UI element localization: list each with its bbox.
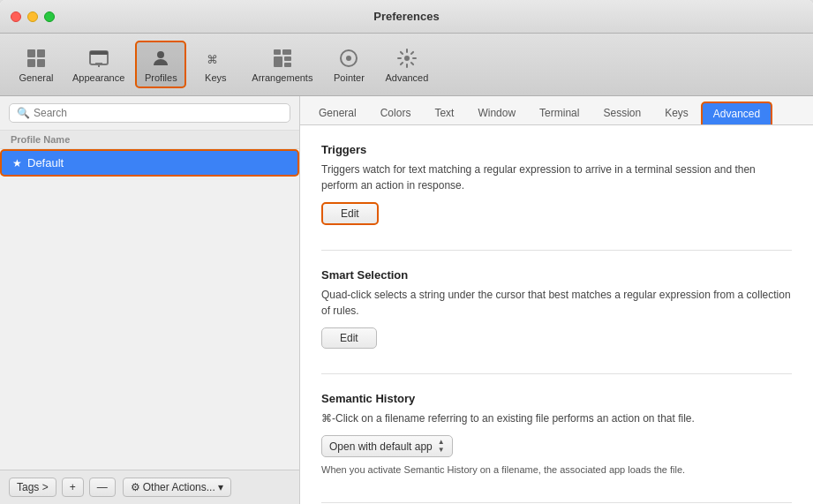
search-wrapper[interactable]: 🔍 <box>9 103 290 123</box>
dropdown-label: Open with default app <box>329 440 433 453</box>
gear-icon: ⚙ <box>131 481 140 493</box>
dropdown-arrows-icon: ▲ ▼ <box>438 439 445 454</box>
toolbar-item-pointer[interactable]: Pointer <box>323 42 374 87</box>
preferences-window: Preferences General <box>0 0 813 504</box>
tab-general[interactable]: General <box>307 102 368 124</box>
semantic-history-section: Semantic History ⌘-Click on a filename r… <box>321 392 792 478</box>
close-button[interactable] <box>11 11 21 22</box>
profiles-icon <box>148 46 173 71</box>
profile-list: ★ Default <box>0 149 299 470</box>
search-bar: 🔍 <box>0 96 299 131</box>
toolbar-item-advanced[interactable]: Advanced <box>378 42 435 87</box>
traffic-lights <box>11 11 55 22</box>
triggers-edit-button[interactable]: Edit <box>321 202 379 225</box>
smart-selection-title: Smart Selection <box>321 268 792 282</box>
profile-name-header: Profile Name <box>0 131 299 149</box>
general-icon <box>24 46 49 71</box>
profile-item-label: Default <box>27 156 64 169</box>
pointer-label: Pointer <box>334 72 365 83</box>
tab-window[interactable]: Window <box>466 102 527 124</box>
smart-selection-section: Smart Selection Quad-click selects a str… <box>321 268 792 349</box>
triggers-desc: Triggers watch for text matching a regul… <box>321 162 792 193</box>
general-label: General <box>19 72 53 83</box>
appearance-label: Appearance <box>72 72 124 83</box>
tags-label: Tags > <box>17 481 49 493</box>
search-input[interactable] <box>34 107 282 119</box>
titlebar: Preferences <box>0 0 813 34</box>
right-panel: General Colors Text Window Terminal Sess… <box>300 96 813 504</box>
tags-button[interactable]: Tags > <box>9 478 56 497</box>
other-actions-label: Other Actions... <box>143 481 215 493</box>
svg-text:⌘: ⌘ <box>207 50 217 69</box>
semantic-history-title: Semantic History <box>321 392 792 405</box>
toolbar-item-keys[interactable]: ⌘ Keys <box>190 42 241 87</box>
svg-rect-0 <box>27 49 35 57</box>
window-title: Preferences <box>373 10 439 23</box>
tab-advanced[interactable]: Advanced <box>701 102 772 124</box>
tab-keys[interactable]: Keys <box>653 102 700 124</box>
divider-2 <box>321 373 792 374</box>
svg-rect-11 <box>282 49 291 55</box>
main-content: 🔍 Profile Name ★ Default Tags > + <box>0 96 813 504</box>
tab-session[interactable]: Session <box>591 102 652 124</box>
search-icon: 🔍 <box>17 107 30 119</box>
sidebar: 🔍 Profile Name ★ Default Tags > + <box>0 96 300 504</box>
svg-point-17 <box>404 56 410 61</box>
minimize-button[interactable] <box>27 11 38 22</box>
toolbar: General Appearance Profiles <box>0 34 813 96</box>
svg-point-8 <box>157 51 164 58</box>
toolbar-item-arrangements[interactable]: Arrangements <box>245 42 320 87</box>
advanced-label: Advanced <box>385 72 428 83</box>
tab-terminal[interactable]: Terminal <box>528 102 591 124</box>
triggers-title: Triggers <box>321 143 792 156</box>
svg-rect-12 <box>274 56 282 67</box>
svg-rect-2 <box>27 59 35 67</box>
tab-text[interactable]: Text <box>423 102 465 124</box>
semantic-history-note: When you activate Semantic History on a … <box>321 463 792 478</box>
triggers-section: Triggers Triggers watch for text matchin… <box>321 143 792 225</box>
svg-rect-14 <box>284 63 291 67</box>
profile-star-icon: ★ <box>12 157 22 169</box>
arrangements-label: Arrangements <box>252 72 312 83</box>
advanced-icon <box>395 46 419 71</box>
other-actions-button[interactable]: ⚙ Other Actions... ▾ <box>123 478 231 497</box>
semantic-history-desc: ⌘-Click on a filename referring to an ex… <box>321 410 792 426</box>
toolbar-item-general[interactable]: General <box>11 42 62 87</box>
profiles-label: Profiles <box>145 72 177 83</box>
toolbar-item-profiles[interactable]: Profiles <box>135 41 186 88</box>
remove-profile-button[interactable]: — <box>89 478 116 497</box>
svg-rect-1 <box>37 49 45 57</box>
smart-selection-desc: Quad-click selects a string under the cu… <box>321 287 792 319</box>
maximize-button[interactable] <box>44 11 55 22</box>
divider-1 <box>321 250 792 251</box>
keys-icon: ⌘ <box>203 46 228 71</box>
add-profile-button[interactable]: + <box>62 478 84 497</box>
toolbar-item-appearance[interactable]: Appearance <box>65 42 132 87</box>
svg-rect-10 <box>274 49 281 55</box>
semantic-history-dropdown[interactable]: Open with default app ▲ ▼ <box>321 435 453 457</box>
sidebar-footer: Tags > + — ⚙ Other Actions... ▾ <box>0 470 299 504</box>
svg-rect-5 <box>90 51 108 55</box>
svg-rect-13 <box>284 56 291 61</box>
profile-item-default[interactable]: ★ Default <box>0 149 299 177</box>
tab-bar: General Colors Text Window Terminal Sess… <box>300 96 813 125</box>
keys-label: Keys <box>205 72 226 83</box>
appearance-icon <box>87 46 111 71</box>
svg-rect-3 <box>37 59 45 67</box>
smart-selection-edit-button[interactable]: Edit <box>321 327 377 349</box>
chevron-down-icon: ▾ <box>218 481 223 493</box>
pointer-icon <box>336 46 361 71</box>
tab-colors[interactable]: Colors <box>369 102 423 124</box>
svg-point-16 <box>346 56 351 61</box>
content-area: Triggers Triggers watch for text matchin… <box>300 125 813 504</box>
remove-icon: — <box>97 481 108 493</box>
divider-3 <box>321 502 792 503</box>
arrangements-icon <box>270 46 295 71</box>
add-icon: + <box>70 481 76 493</box>
